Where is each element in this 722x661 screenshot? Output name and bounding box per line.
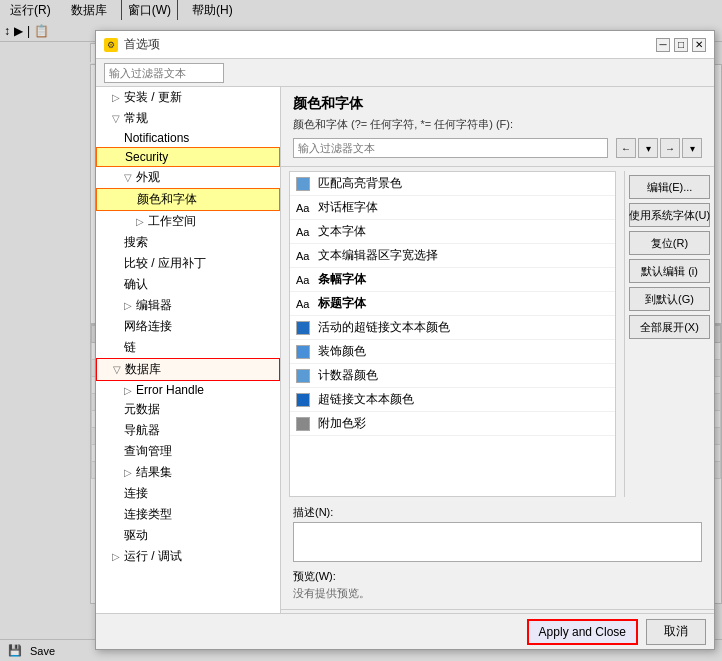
color-item-label: 文本字体 bbox=[318, 223, 366, 240]
color-list-item[interactable]: Aa文本编辑器区字宽选择 bbox=[290, 244, 615, 268]
color-swatch bbox=[296, 177, 310, 191]
description-label: 描述(N): bbox=[293, 505, 702, 520]
tree-item-driver[interactable]: 驱动 bbox=[96, 525, 280, 546]
dialog-titlebar: ⚙ 首选项 ─ □ ✕ bbox=[96, 31, 714, 59]
tree-label-install: 安装 / 更新 bbox=[124, 89, 182, 106]
tree-label-run-debug: 运行 / 调试 bbox=[124, 548, 182, 565]
right-filter-row: ← ▾ → ▾ bbox=[293, 138, 702, 158]
color-swatch bbox=[296, 393, 310, 407]
apply-close-bar: Apply and Close 取消 bbox=[96, 613, 714, 649]
color-list-item[interactable]: Aa条幅字体 bbox=[290, 268, 615, 292]
tree-label-link: 链 bbox=[124, 339, 136, 356]
maximize-button[interactable]: □ bbox=[674, 38, 688, 52]
tree-item-navigator[interactable]: 导航器 bbox=[96, 420, 280, 441]
color-list-item[interactable]: 装饰颜色 bbox=[290, 340, 615, 364]
dialog-title: 首选项 bbox=[124, 36, 160, 53]
color-list-item[interactable]: Aa标题字体 bbox=[290, 292, 615, 316]
side-button-goto-default-btn[interactable]: 到默认(G) bbox=[629, 287, 710, 311]
minimize-button[interactable]: ─ bbox=[656, 38, 670, 52]
tree-arrow-general: ▽ bbox=[112, 113, 120, 124]
color-item-label: 条幅字体 bbox=[318, 271, 366, 288]
color-item-label: 活动的超链接文本本颜色 bbox=[318, 319, 450, 336]
tree-label-editor: 编辑器 bbox=[136, 297, 172, 314]
side-button-edit-btn[interactable]: 编辑(E)... bbox=[629, 175, 710, 199]
nav-dropdown-btn[interactable]: ▾ bbox=[638, 138, 658, 158]
nav-back-btn[interactable]: ← bbox=[616, 138, 636, 158]
tree-pane: ▷安装 / 更新▽常规NotificationsSecurity▽外观颜色和字体… bbox=[96, 87, 281, 649]
color-list-item[interactable]: Aa对话框字体 bbox=[290, 196, 615, 220]
tree-item-error-handle[interactable]: ▷Error Handle bbox=[96, 381, 280, 399]
tree-item-notifications[interactable]: Notifications bbox=[96, 129, 280, 147]
color-list-item[interactable]: 计数器颜色 bbox=[290, 364, 615, 388]
color-list-item[interactable]: 超链接文本本颜色 bbox=[290, 388, 615, 412]
right-pane: 颜色和字体 颜色和字体 (?= 任何字符, *= 任何字符串) (F): ← ▾… bbox=[281, 87, 714, 649]
tree-item-security[interactable]: Security bbox=[96, 147, 280, 167]
color-item-label: 文本编辑器区字宽选择 bbox=[318, 247, 438, 264]
color-item-label: 超链接文本本颜色 bbox=[318, 391, 414, 408]
tree-arrow-appearance: ▽ bbox=[124, 172, 132, 183]
tree-arrow-result-set: ▷ bbox=[124, 467, 132, 478]
dialog-title-icon: ⚙ bbox=[104, 38, 118, 52]
color-swatch bbox=[296, 345, 310, 359]
tree-label-metadata: 元数据 bbox=[124, 401, 160, 418]
cancel-button[interactable]: 取消 bbox=[646, 619, 706, 645]
side-button-default-edit-btn[interactable]: 默认编辑 (i) bbox=[629, 259, 710, 283]
right-header: 颜色和字体 颜色和字体 (?= 任何字符, *= 任何字符串) (F): ← ▾… bbox=[281, 87, 714, 167]
tree-arrow-run-debug: ▷ bbox=[112, 551, 120, 562]
dialog-body: ▷安装 / 更新▽常规NotificationsSecurity▽外观颜色和字体… bbox=[96, 87, 714, 649]
tree-label-connection: 连接 bbox=[124, 485, 148, 502]
apply-close-button[interactable]: Apply and Close bbox=[527, 619, 638, 645]
color-list-item[interactable]: 附加色彩 bbox=[290, 412, 615, 436]
color-list-item[interactable]: 匹配高亮背景色 bbox=[290, 172, 615, 196]
tree-item-query-mgmt[interactable]: 查询管理 bbox=[96, 441, 280, 462]
tree-item-install[interactable]: ▷安装 / 更新 bbox=[96, 87, 280, 108]
tree-item-run-debug[interactable]: ▷运行 / 调试 bbox=[96, 546, 280, 567]
tree-item-confirm[interactable]: 确认 bbox=[96, 274, 280, 295]
tree-item-network[interactable]: 网络连接 bbox=[96, 316, 280, 337]
close-button[interactable]: ✕ bbox=[692, 38, 706, 52]
nav-menu-btn[interactable]: ▾ bbox=[682, 138, 702, 158]
tree-item-connection[interactable]: 连接 bbox=[96, 483, 280, 504]
side-button-expand-all-btn[interactable]: 全部展开(X) bbox=[629, 315, 710, 339]
tree-item-search[interactable]: 搜索 bbox=[96, 232, 280, 253]
tree-label-general: 常规 bbox=[124, 110, 148, 127]
description-box[interactable] bbox=[293, 522, 702, 562]
tree-item-link[interactable]: 链 bbox=[96, 337, 280, 358]
tree-item-metadata[interactable]: 元数据 bbox=[96, 399, 280, 420]
preview-text: 没有提供预览。 bbox=[293, 586, 702, 601]
dialog-overlay: ⚙ 首选项 ─ □ ✕ ▷安装 / 更新▽常规NotificationsSecu… bbox=[0, 0, 722, 661]
color-list-item[interactable]: 活动的超链接文本本颜色 bbox=[290, 316, 615, 340]
color-swatch bbox=[296, 417, 310, 431]
right-pane-subtitle: 颜色和字体 (?= 任何字符, *= 任何字符串) (F): bbox=[293, 117, 702, 132]
side-button-reset-btn[interactable]: 复位(R) bbox=[629, 231, 710, 255]
tree-filter-input[interactable] bbox=[104, 63, 224, 83]
tree-arrow-editor: ▷ bbox=[124, 300, 132, 311]
tree-arrow-error-handle: ▷ bbox=[124, 385, 132, 396]
tree-item-general[interactable]: ▽常规 bbox=[96, 108, 280, 129]
tree-item-compare[interactable]: 比较 / 应用补丁 bbox=[96, 253, 280, 274]
color-item-label: 装饰颜色 bbox=[318, 343, 366, 360]
dialog-title-area: ⚙ 首选项 bbox=[104, 36, 160, 53]
tree-item-editor[interactable]: ▷编辑器 bbox=[96, 295, 280, 316]
color-item-label: 计数器颜色 bbox=[318, 367, 378, 384]
description-section: 描述(N): 预览(W): 没有提供预览。 bbox=[281, 501, 714, 609]
content-row: 匹配高亮背景色Aa对话框字体Aa文本字体Aa文本编辑器区字宽选择Aa条幅字体Aa… bbox=[281, 167, 714, 501]
tree-label-notifications: Notifications bbox=[124, 131, 189, 145]
tree-item-appearance[interactable]: ▽外观 bbox=[96, 167, 280, 188]
tree-label-security: Security bbox=[125, 150, 168, 164]
tree-arrow-install: ▷ bbox=[112, 92, 120, 103]
tree-item-colors-fonts[interactable]: 颜色和字体 bbox=[96, 188, 280, 211]
tree-item-result-set[interactable]: ▷结果集 bbox=[96, 462, 280, 483]
tree-item-database[interactable]: ▽数据库 bbox=[96, 358, 280, 381]
tree-item-workspace[interactable]: ▷工作空间 bbox=[96, 211, 280, 232]
right-side-buttons: 编辑(E)...使用系统字体(U)复位(R)默认编辑 (i)到默认(G)全部展开… bbox=[624, 171, 714, 497]
filter-bar bbox=[96, 59, 714, 87]
color-list-item[interactable]: Aa文本字体 bbox=[290, 220, 615, 244]
side-button-system-font-btn[interactable]: 使用系统字体(U) bbox=[629, 203, 710, 227]
tree-label-network: 网络连接 bbox=[124, 318, 172, 335]
preview-label: 预览(W): bbox=[293, 569, 702, 584]
nav-forward-btn[interactable]: → bbox=[660, 138, 680, 158]
tree-item-connection-type[interactable]: 连接类型 bbox=[96, 504, 280, 525]
right-filter-input[interactable] bbox=[293, 138, 608, 158]
tree-label-driver: 驱动 bbox=[124, 527, 148, 544]
